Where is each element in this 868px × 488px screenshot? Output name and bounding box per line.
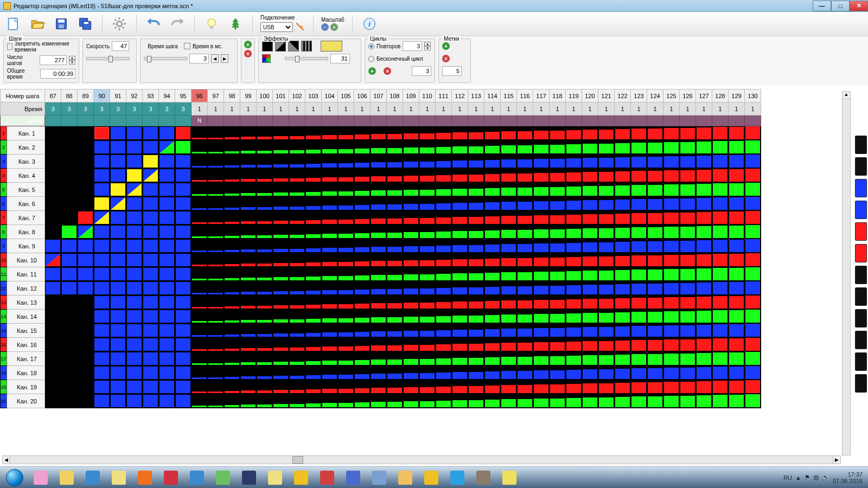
effect-color[interactable] <box>262 54 271 63</box>
grid-cell[interactable] <box>224 211 240 225</box>
step-header[interactable]: 129 <box>729 89 745 102</box>
grid-cell[interactable] <box>78 239 94 253</box>
remove-step-button[interactable]: × <box>244 50 252 57</box>
grid-cell[interactable] <box>224 140 240 155</box>
grid-cell[interactable] <box>257 366 273 380</box>
grid-cell[interactable] <box>615 338 631 352</box>
grid-cell[interactable] <box>663 140 680 155</box>
grid-cell[interactable] <box>598 183 615 197</box>
grid-cell[interactable] <box>354 183 371 197</box>
grid-cell[interactable] <box>501 169 517 183</box>
channel-name[interactable]: Кан. 3 <box>7 155 45 169</box>
grid-cell[interactable] <box>696 310 712 324</box>
grid-cell[interactable] <box>663 394 680 408</box>
grid-cell[interactable] <box>403 155 419 169</box>
grid-cell[interactable] <box>550 126 566 140</box>
grid-cell[interactable] <box>289 169 305 183</box>
grid-cell[interactable] <box>78 380 94 394</box>
grid-cell[interactable] <box>452 394 468 408</box>
step-header[interactable]: 107 <box>371 89 387 102</box>
cycle-cell[interactable] <box>647 115 663 126</box>
grid-cell[interactable] <box>452 253 468 267</box>
grid-cell[interactable] <box>257 394 273 408</box>
grid-cell[interactable] <box>533 296 550 310</box>
grid-cell[interactable] <box>289 281 305 296</box>
grid-cell[interactable] <box>696 296 712 310</box>
step-header[interactable]: 106 <box>354 89 371 102</box>
grid-cell[interactable] <box>208 197 224 211</box>
cycle-cell[interactable] <box>322 115 338 126</box>
grid-cell[interactable] <box>126 310 143 324</box>
grid-cell[interactable] <box>175 211 192 225</box>
grid-cell[interactable] <box>517 155 533 169</box>
grid-cell[interactable] <box>517 197 533 211</box>
grid-cell[interactable] <box>582 225 598 239</box>
grid-cell[interactable] <box>598 155 615 169</box>
grid-cell[interactable] <box>582 197 598 211</box>
grid-cell[interactable] <box>680 169 696 183</box>
grid-cell[interactable] <box>745 253 761 267</box>
grid-cell[interactable] <box>680 281 696 296</box>
grid-cell[interactable] <box>680 239 696 253</box>
grid-cell[interactable] <box>712 183 729 197</box>
grid-cell[interactable] <box>729 310 745 324</box>
grid-cell[interactable] <box>240 296 257 310</box>
grid-cell[interactable] <box>240 225 257 239</box>
grid-cell[interactable] <box>322 296 338 310</box>
grid-cell[interactable] <box>240 183 257 197</box>
grid-cell[interactable] <box>240 126 257 140</box>
grid-cell[interactable] <box>354 197 371 211</box>
grid-cell[interactable] <box>273 253 289 267</box>
grid-cell[interactable] <box>647 211 663 225</box>
grid-cell[interactable] <box>419 211 436 225</box>
grid-cell[interactable] <box>143 169 159 183</box>
grid-cell[interactable] <box>61 211 78 225</box>
grid-cell[interactable] <box>208 296 224 310</box>
cycle-cell[interactable]: N <box>192 115 208 126</box>
grid-cell[interactable] <box>240 281 257 296</box>
grid-cell[interactable] <box>126 239 143 253</box>
grid-cell[interactable] <box>550 394 566 408</box>
cycle-cell[interactable] <box>354 115 371 126</box>
grid-cell[interactable] <box>501 225 517 239</box>
grid-cell[interactable] <box>566 380 582 394</box>
grid-cell[interactable] <box>615 197 631 211</box>
grid-cell[interactable] <box>696 394 712 408</box>
grid-cell[interactable] <box>663 380 680 394</box>
grid-cell[interactable] <box>110 394 126 408</box>
grid-cell[interactable] <box>566 211 582 225</box>
grid-cell[interactable] <box>338 394 354 408</box>
grid-cell[interactable] <box>403 380 419 394</box>
grid-cell[interactable] <box>126 169 143 183</box>
grid-cell[interactable] <box>680 352 696 366</box>
grid-cell[interactable] <box>208 366 224 380</box>
grid-cell[interactable] <box>273 310 289 324</box>
grid-cell[interactable] <box>61 183 78 197</box>
grid-cell[interactable] <box>126 380 143 394</box>
grid-cell[interactable] <box>696 155 712 169</box>
grid-cell[interactable] <box>175 310 192 324</box>
grid-cell[interactable] <box>322 126 338 140</box>
grid-cell[interactable] <box>387 197 403 211</box>
grid-cell[interactable] <box>566 366 582 380</box>
grid-cell[interactable] <box>305 310 322 324</box>
grid-cell[interactable] <box>501 126 517 140</box>
grid-cell[interactable] <box>224 352 240 366</box>
grid-cell[interactable] <box>550 183 566 197</box>
grid-cell[interactable] <box>550 267 566 281</box>
grid-cell[interactable] <box>175 197 192 211</box>
grid-cell[interactable] <box>322 352 338 366</box>
mark-del-button[interactable]: × <box>442 55 450 62</box>
grid-cell[interactable] <box>533 197 550 211</box>
grid-cell[interactable] <box>159 239 175 253</box>
step-header[interactable]: 115 <box>501 89 517 102</box>
grid-cell[interactable] <box>729 169 745 183</box>
grid-cell[interactable] <box>175 239 192 253</box>
step-header[interactable]: 109 <box>403 89 419 102</box>
grid-cell[interactable] <box>403 267 419 281</box>
grid-cell[interactable] <box>322 253 338 267</box>
step-header[interactable]: 112 <box>452 89 468 102</box>
grid-cell[interactable] <box>192 253 208 267</box>
effect-solid[interactable] <box>262 41 273 52</box>
grid-cell[interactable] <box>468 225 484 239</box>
